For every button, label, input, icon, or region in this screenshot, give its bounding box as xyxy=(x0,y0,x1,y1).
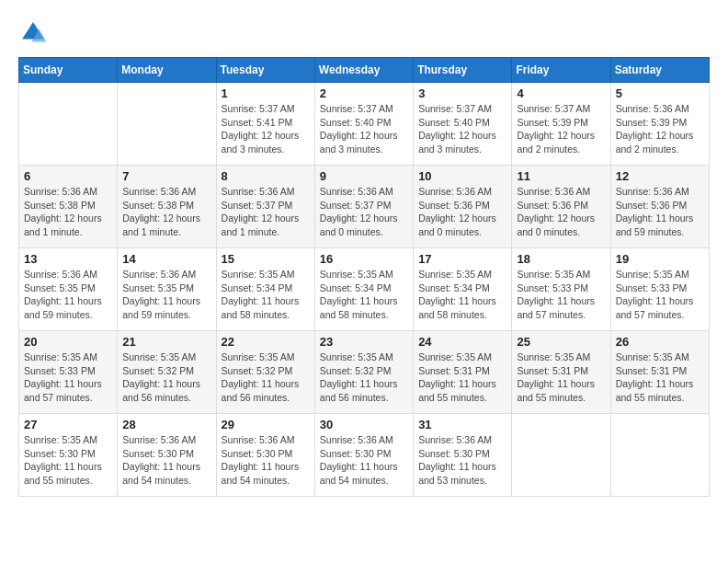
calendar-cell: 16Sunrise: 5:35 AM Sunset: 5:34 PM Dayli… xyxy=(314,248,413,331)
day-number: 15 xyxy=(222,252,310,266)
day-info: Sunrise: 5:36 AM Sunset: 5:38 PM Dayligh… xyxy=(24,185,112,239)
calendar-cell: 15Sunrise: 5:35 AM Sunset: 5:34 PM Dayli… xyxy=(216,248,314,331)
weekday-header: Thursday xyxy=(414,58,512,83)
day-info: Sunrise: 5:35 AM Sunset: 5:32 PM Dayligh… xyxy=(122,350,210,405)
day-number: 1 xyxy=(222,86,310,100)
calendar-cell: 7Sunrise: 5:36 AM Sunset: 5:38 PM Daylig… xyxy=(118,166,216,248)
calendar-cell: 21Sunrise: 5:35 AM Sunset: 5:32 PM Dayli… xyxy=(118,331,216,414)
day-info: Sunrise: 5:36 AM Sunset: 5:30 PM Dayligh… xyxy=(222,433,310,488)
day-number: 3 xyxy=(418,86,506,100)
day-info: Sunrise: 5:35 AM Sunset: 5:30 PM Dayligh… xyxy=(24,433,112,488)
calendar-cell: 11Sunrise: 5:36 AM Sunset: 5:36 PM Dayli… xyxy=(512,166,610,248)
calendar-cell xyxy=(118,83,216,166)
calendar-cell: 31Sunrise: 5:36 AM Sunset: 5:30 PM Dayli… xyxy=(414,414,512,497)
day-number: 21 xyxy=(122,335,210,349)
day-info: Sunrise: 5:35 AM Sunset: 5:32 PM Dayligh… xyxy=(222,350,310,405)
day-number: 14 xyxy=(122,252,210,266)
calendar-cell: 10Sunrise: 5:36 AM Sunset: 5:36 PM Dayli… xyxy=(414,166,512,248)
day-number: 11 xyxy=(517,169,605,183)
calendar-cell xyxy=(19,83,118,166)
calendar-cell: 12Sunrise: 5:36 AM Sunset: 5:36 PM Dayli… xyxy=(610,166,709,248)
day-number: 7 xyxy=(122,169,210,183)
day-info: Sunrise: 5:35 AM Sunset: 5:32 PM Dayligh… xyxy=(320,350,408,405)
day-number: 28 xyxy=(122,418,210,431)
day-number: 25 xyxy=(517,335,605,349)
calendar-cell: 1Sunrise: 5:37 AM Sunset: 5:41 PM Daylig… xyxy=(216,83,314,166)
weekday-header: Saturday xyxy=(610,58,709,83)
day-info: Sunrise: 5:36 AM Sunset: 5:36 PM Dayligh… xyxy=(517,185,605,239)
day-number: 10 xyxy=(418,169,506,183)
day-info: Sunrise: 5:37 AM Sunset: 5:40 PM Dayligh… xyxy=(320,102,408,156)
calendar-week-row: 20Sunrise: 5:35 AM Sunset: 5:33 PM Dayli… xyxy=(19,331,710,414)
weekday-header: Sunday xyxy=(19,58,118,83)
day-number: 26 xyxy=(616,335,704,349)
day-info: Sunrise: 5:36 AM Sunset: 5:38 PM Dayligh… xyxy=(122,185,210,239)
day-info: Sunrise: 5:35 AM Sunset: 5:34 PM Dayligh… xyxy=(320,268,408,322)
calendar-week-row: 27Sunrise: 5:35 AM Sunset: 5:30 PM Dayli… xyxy=(19,414,710,497)
day-info: Sunrise: 5:36 AM Sunset: 5:39 PM Dayligh… xyxy=(616,102,704,156)
calendar-table: SundayMondayTuesdayWednesdayThursdayFrid… xyxy=(18,57,710,497)
calendar-cell: 27Sunrise: 5:35 AM Sunset: 5:30 PM Dayli… xyxy=(19,414,118,497)
weekday-header: Wednesday xyxy=(314,58,413,83)
calendar-cell: 24Sunrise: 5:35 AM Sunset: 5:31 PM Dayli… xyxy=(414,331,512,414)
day-number: 20 xyxy=(24,335,112,349)
day-info: Sunrise: 5:35 AM Sunset: 5:31 PM Dayligh… xyxy=(616,350,704,405)
day-info: Sunrise: 5:35 AM Sunset: 5:31 PM Dayligh… xyxy=(418,350,506,405)
day-info: Sunrise: 5:35 AM Sunset: 5:33 PM Dayligh… xyxy=(24,350,112,405)
calendar-cell: 20Sunrise: 5:35 AM Sunset: 5:33 PM Dayli… xyxy=(19,331,118,414)
calendar-cell: 9Sunrise: 5:36 AM Sunset: 5:37 PM Daylig… xyxy=(314,166,413,248)
day-info: Sunrise: 5:36 AM Sunset: 5:37 PM Dayligh… xyxy=(320,185,408,239)
day-number: 29 xyxy=(222,418,310,431)
day-info: Sunrise: 5:37 AM Sunset: 5:39 PM Dayligh… xyxy=(517,102,605,156)
calendar-cell: 8Sunrise: 5:36 AM Sunset: 5:37 PM Daylig… xyxy=(216,166,314,248)
day-number: 13 xyxy=(24,252,112,266)
day-number: 6 xyxy=(24,169,112,183)
day-info: Sunrise: 5:36 AM Sunset: 5:35 PM Dayligh… xyxy=(24,268,112,322)
day-number: 19 xyxy=(616,252,704,266)
calendar-cell: 5Sunrise: 5:36 AM Sunset: 5:39 PM Daylig… xyxy=(610,83,709,166)
day-number: 9 xyxy=(320,169,408,183)
calendar-cell: 22Sunrise: 5:35 AM Sunset: 5:32 PM Dayli… xyxy=(216,331,314,414)
calendar-cell: 19Sunrise: 5:35 AM Sunset: 5:33 PM Dayli… xyxy=(610,248,709,331)
calendar-cell: 13Sunrise: 5:36 AM Sunset: 5:35 PM Dayli… xyxy=(19,248,118,331)
day-number: 31 xyxy=(418,418,506,431)
day-number: 16 xyxy=(320,252,408,266)
calendar-cell: 29Sunrise: 5:36 AM Sunset: 5:30 PM Dayli… xyxy=(216,414,314,497)
day-info: Sunrise: 5:36 AM Sunset: 5:36 PM Dayligh… xyxy=(616,185,704,239)
calendar-cell: 18Sunrise: 5:35 AM Sunset: 5:33 PM Dayli… xyxy=(512,248,610,331)
day-number: 5 xyxy=(616,86,704,100)
calendar-cell xyxy=(610,414,709,497)
calendar-cell: 4Sunrise: 5:37 AM Sunset: 5:39 PM Daylig… xyxy=(512,83,610,166)
day-info: Sunrise: 5:35 AM Sunset: 5:34 PM Dayligh… xyxy=(418,268,506,322)
calendar-cell: 6Sunrise: 5:36 AM Sunset: 5:38 PM Daylig… xyxy=(19,166,118,248)
day-info: Sunrise: 5:35 AM Sunset: 5:34 PM Dayligh… xyxy=(222,268,310,322)
day-info: Sunrise: 5:36 AM Sunset: 5:30 PM Dayligh… xyxy=(418,433,506,488)
calendar-cell: 28Sunrise: 5:36 AM Sunset: 5:30 PM Dayli… xyxy=(118,414,216,497)
day-info: Sunrise: 5:36 AM Sunset: 5:37 PM Dayligh… xyxy=(222,185,310,239)
day-number: 4 xyxy=(517,86,605,100)
day-number: 23 xyxy=(320,335,408,349)
day-info: Sunrise: 5:37 AM Sunset: 5:40 PM Dayligh… xyxy=(418,102,506,156)
calendar-cell: 17Sunrise: 5:35 AM Sunset: 5:34 PM Dayli… xyxy=(414,248,512,331)
day-number: 8 xyxy=(222,169,310,183)
day-number: 17 xyxy=(418,252,506,266)
day-number: 2 xyxy=(320,86,408,100)
day-info: Sunrise: 5:36 AM Sunset: 5:30 PM Dayligh… xyxy=(320,433,408,488)
calendar-cell: 26Sunrise: 5:35 AM Sunset: 5:31 PM Dayli… xyxy=(610,331,709,414)
logo xyxy=(18,18,51,48)
day-number: 24 xyxy=(418,335,506,349)
weekday-header: Friday xyxy=(512,58,610,83)
calendar-week-row: 1Sunrise: 5:37 AM Sunset: 5:41 PM Daylig… xyxy=(19,83,710,166)
day-number: 22 xyxy=(222,335,310,349)
calendar-cell: 30Sunrise: 5:36 AM Sunset: 5:30 PM Dayli… xyxy=(314,414,413,497)
day-number: 30 xyxy=(320,418,408,431)
calendar-cell: 23Sunrise: 5:35 AM Sunset: 5:32 PM Dayli… xyxy=(314,331,413,414)
day-number: 27 xyxy=(24,418,112,431)
calendar-cell xyxy=(512,414,610,497)
weekday-header: Monday xyxy=(118,58,216,83)
day-info: Sunrise: 5:37 AM Sunset: 5:41 PM Dayligh… xyxy=(222,102,310,156)
day-info: Sunrise: 5:35 AM Sunset: 5:33 PM Dayligh… xyxy=(517,268,605,322)
day-info: Sunrise: 5:36 AM Sunset: 5:36 PM Dayligh… xyxy=(418,185,506,239)
day-info: Sunrise: 5:35 AM Sunset: 5:31 PM Dayligh… xyxy=(517,350,605,405)
day-info: Sunrise: 5:36 AM Sunset: 5:30 PM Dayligh… xyxy=(122,433,210,488)
